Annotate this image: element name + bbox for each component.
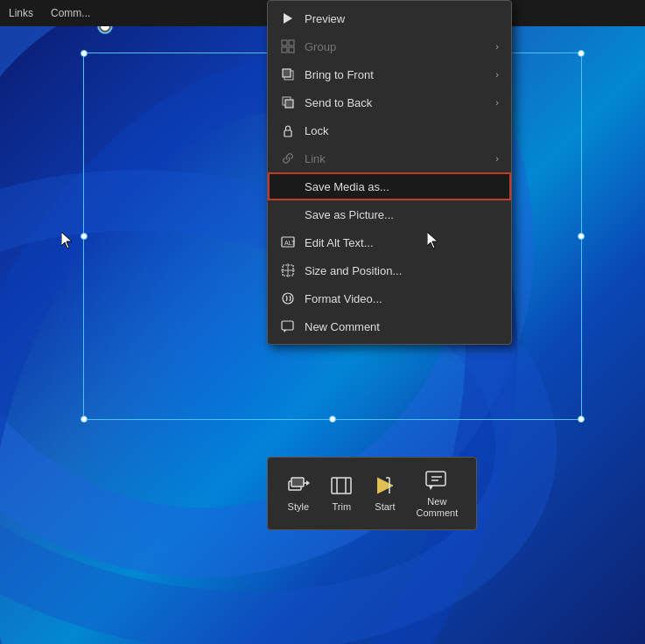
svg-marker-20 [284,330,286,332]
menu-label-size-position: Size and Position... [305,264,499,277]
menu-item-edit-alt-text[interactable]: ALT Edit Alt Text... [268,228,511,256]
svg-rect-5 [289,40,294,46]
menu-item-new-comment[interactable]: New Comment [268,312,511,340]
menu-item-group[interactable]: Group › [268,32,511,60]
toolbar-item-style[interactable]: Style [281,470,316,516]
send-to-back-arrow: › [495,97,499,108]
video-toolbar: Style Trim Start [267,457,477,530]
svg-marker-3 [284,13,292,24]
menu-item-link[interactable]: Link › [268,144,511,172]
lock-icon [280,122,296,138]
svg-rect-4 [282,40,287,46]
menu-label-edit-alt-text: Edit Alt Text... [305,236,499,249]
toolbar-item-trim[interactable]: Trim [324,470,359,516]
handle-bottom-right[interactable] [578,416,585,423]
menu-label-lock: Lock [305,124,499,137]
svg-rect-23 [291,478,304,486]
menu-label-send-to-back: Send to Back [305,96,487,109]
menu-item-preview[interactable]: Preview [268,4,511,32]
menu-label-group: Group [305,40,487,53]
menu-item-lock[interactable]: Lock [268,116,511,144]
svg-rect-12 [284,130,291,136]
top-bar-tabs: Links Comm... [9,7,90,19]
svg-rect-19 [282,321,293,330]
new-comment-icon [280,318,296,334]
menu-label-format-video: Format Video... [305,292,499,305]
bring-to-front-icon [280,66,296,82]
style-label: Style [288,501,309,513]
group-icon [280,38,296,54]
trim-icon [329,473,354,498]
menu-label-new-comment: New Comment [305,320,499,333]
tab-links[interactable]: Links [9,7,33,19]
toolbar-item-new-comment[interactable]: NewComment [411,465,464,522]
style-icon [286,473,311,498]
svg-text:ALT: ALT [284,240,295,246]
toolbar-new-comment-label: NewComment [417,496,459,519]
svg-point-18 [283,293,293,304]
svg-rect-9 [283,69,291,77]
menu-label-preview: Preview [305,12,499,25]
svg-rect-7 [289,47,294,52]
tab-comm[interactable]: Comm... [51,7,90,19]
start-icon [373,473,397,498]
toolbar-new-comment-icon [424,468,449,493]
menu-label-save-media-as: Save Media as... [305,180,499,193]
start-label: Start [375,501,395,513]
menu-label-link: Link [305,152,487,165]
save-media-icon [280,178,296,194]
format-video-icon [280,290,296,306]
handle-bottom-mid[interactable] [329,416,336,423]
menu-label-bring-to-front: Bring to Front [305,68,487,81]
link-icon [280,150,296,166]
menu-item-save-media-as[interactable]: Save Media as... [268,172,511,200]
context-menu: Preview Group › Bring to Front › Send to… [267,0,512,345]
size-position-icon [280,262,296,278]
svg-rect-11 [285,100,293,108]
handle-top-left[interactable] [81,50,88,57]
svg-rect-31 [426,472,445,486]
bring-to-front-arrow: › [495,69,499,80]
menu-item-save-as-picture[interactable]: Save as Picture... [268,200,511,228]
alt-text-icon: ALT [280,234,296,250]
handle-mid-left[interactable] [81,233,88,240]
handle-top-right[interactable] [578,50,585,57]
toolbar-item-start[interactable]: Start [368,470,403,516]
preview-icon [280,10,296,26]
menu-item-bring-to-front[interactable]: Bring to Front › [268,60,511,88]
svg-marker-32 [429,486,433,490]
svg-rect-26 [332,478,351,494]
trim-label: Trim [333,501,352,513]
menu-label-save-as-picture: Save as Picture... [305,208,499,221]
menu-item-size-position[interactable]: Size and Position... [268,256,511,284]
handle-bottom-left[interactable] [81,416,88,423]
svg-rect-6 [282,47,287,52]
group-arrow: › [495,41,499,52]
svg-marker-25 [306,480,310,486]
send-to-back-icon [280,94,296,110]
menu-item-format-video[interactable]: Format Video... [268,284,511,312]
menu-item-send-to-back[interactable]: Send to Back › [268,88,511,116]
handle-mid-right[interactable] [578,233,585,240]
save-picture-icon [280,206,296,222]
link-arrow: › [495,153,499,164]
